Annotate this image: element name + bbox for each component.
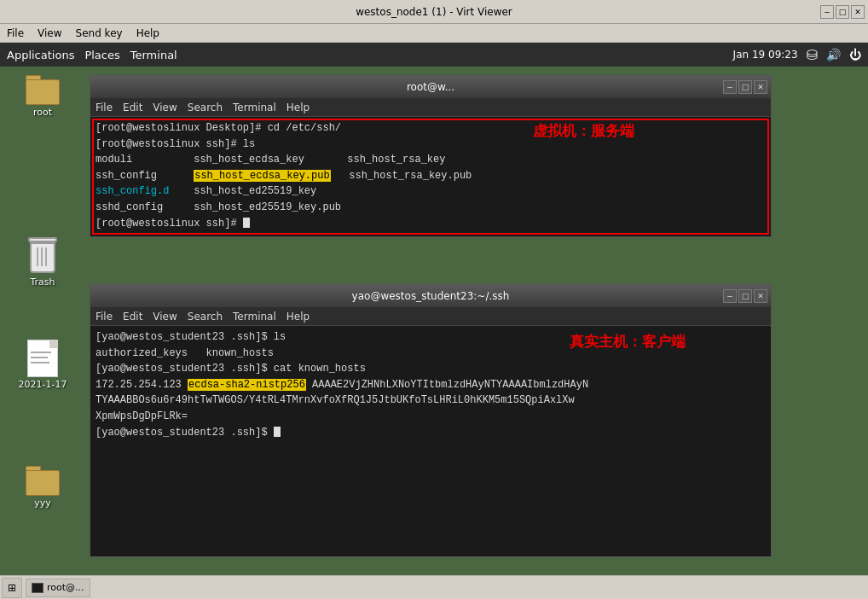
client-line-5: TYAAABBOs6u6r49htTwTWGOS/Y4tRL4TMrnXvfoX… [95,393,766,409]
client-terminal-body: 真实主机：客户端 [yao@westos_student23 .ssh]$ ls… [90,326,771,556]
virt-menu-sendkey[interactable]: Send key [76,27,123,39]
taskbar: ⊞ root@... [0,575,868,599]
server-maximize-btn[interactable]: □ [738,80,752,94]
client-menu-file[interactable]: File [95,311,113,323]
client-terminal-title: yao@westos_student23:~/.ssh [352,290,510,302]
gnome-places[interactable]: Places [84,49,119,61]
client-terminal-controls: − □ ✕ [723,289,767,303]
client-annotation-label: 真实主机：客户端 [570,331,686,353]
server-line-5: ssh_config.d ssh_host_ed25519_key [95,183,766,200]
gnome-applications[interactable]: Applications [7,49,74,61]
virt-viewer-title: westos_node1 (1) - Virt Viewer [356,6,512,18]
server-terminal-title: root@w... [407,81,454,93]
file-2021-icon [27,340,58,377]
volume-icon[interactable]: 🔊 [826,48,841,61]
virt-viewer-titlebar: westos_node1 (1) - Virt Viewer − □ ✕ [0,0,868,24]
server-menu-view[interactable]: View [153,102,176,113]
server-line-1: [root@westoslinux Desktop]# cd /etc/ssh/ [95,120,766,137]
server-line-7: [root@westoslinux ssh]# [95,216,766,232]
client-menu-view[interactable]: View [153,311,176,323]
server-menu-search[interactable]: Search [188,102,223,113]
trash-icon [27,237,58,275]
server-menu-file[interactable]: File [95,102,113,113]
desktop-icon-file-2021[interactable]: 2021-1-17 [12,340,73,390]
server-terminal-body: 虚拟机：服务端 [root@westoslinux Desktop]# cd /… [90,117,771,236]
server-terminal-window: root@w... − □ ✕ File Edit View Search Te… [90,75,772,237]
client-minimize-btn[interactable]: − [723,289,737,303]
client-line-7: [yao@westos_student23 .ssh]$ [95,425,766,441]
server-minimize-btn[interactable]: − [723,80,737,94]
server-line-2: [root@westoslinux ssh]# ls [95,137,766,153]
client-menu-search[interactable]: Search [188,311,223,323]
yyy-icon-label: yyy [34,497,51,509]
desktop-icon-root[interactable]: root [15,75,70,118]
virt-menu-view[interactable]: View [38,27,61,39]
server-menu-help[interactable]: Help [286,102,310,113]
client-maximize-btn[interactable]: □ [738,289,752,303]
cursor-block [243,218,250,228]
desktop-icon-yyy[interactable]: yyy [15,466,70,509]
virt-minimize-btn[interactable]: − [820,5,834,19]
highlighted-ecdsa-pub: ssh_host_ecdsa_key.pub [194,170,330,182]
server-line-3: moduli ssh_host_ecdsa_key ssh_host_rsa_k… [95,152,766,168]
taskbar-terminal-item[interactable]: root@... [26,579,90,597]
root-icon-label: root [33,107,52,118]
server-terminal-controls: − □ ✕ [723,80,767,94]
virt-viewer-controls: − □ ✕ [820,5,865,19]
client-cursor-block [274,427,281,437]
root-folder-icon [26,75,60,105]
client-close-btn[interactable]: ✕ [754,289,767,303]
power-icon[interactable]: ⏻ [849,48,861,61]
desktop-icon-trash[interactable]: Trash [15,237,70,288]
desktop: root Trash 2021-1-17 yyy [0,67,868,575]
taskbar-terminal-label: root@... [47,582,84,593]
client-menu-help[interactable]: Help [286,311,310,323]
client-terminal-window: yao@westos_student23:~/.ssh − □ ✕ File E… [90,284,772,557]
server-close-btn[interactable]: ✕ [754,80,767,94]
gnome-right-tray: Jan 19 09:23 ⛁ 🔊 ⏻ [733,47,861,63]
file-2021-label: 2021-1-17 [19,379,67,390]
gnome-datetime: Jan 19 09:23 [733,49,798,61]
server-menu-terminal[interactable]: Terminal [233,102,276,113]
server-annotation-label: 虚拟机：服务端 [533,120,634,142]
server-line-6: sshd_config ssh_host_ed25519_key.pub [95,200,766,216]
gnome-terminal-menu[interactable]: Terminal [130,49,177,61]
taskbar-show-desktop-btn[interactable]: ⊞ [2,578,22,598]
virt-menu-file[interactable]: File [7,27,24,39]
virt-maximize-btn[interactable]: □ [836,5,849,19]
server-menu-edit[interactable]: Edit [123,102,142,113]
server-line-4: ssh_config ssh_host_ecdsa_key.pub ssh_ho… [95,168,766,184]
yyy-folder-icon [26,466,60,496]
highlighted-algo: ecdsa-sha2-nistp256 [188,379,306,391]
virt-menu-help[interactable]: Help [136,27,159,39]
client-menu-edit[interactable]: Edit [123,311,142,323]
virt-close-btn[interactable]: ✕ [851,5,865,19]
client-menu-terminal[interactable]: Terminal [233,311,276,323]
client-terminal-menubar: File Edit View Search Terminal Help [90,307,771,326]
virt-menubar: File View Send key Help [0,24,868,43]
client-line-6: XpmWpsDgDpFLRk= [95,409,766,425]
gnome-topbar: Applications Places Terminal Jan 19 09:2… [0,43,868,67]
cyan-ssh-config-d: ssh_config.d [95,185,169,197]
server-terminal-menubar: File Edit View Search Terminal Help [90,98,771,117]
network-icon[interactable]: ⛁ [807,47,818,63]
client-line-4: 172.25.254.123 ecdsa-sha2-nistp256 AAAAE… [95,377,766,393]
client-terminal-titlebar: yao@westos_student23:~/.ssh − □ ✕ [90,285,771,307]
trash-icon-label: Trash [30,276,55,288]
server-terminal-titlebar: root@w... − □ ✕ [90,76,771,98]
client-line-3: [yao@westos_student23 .ssh]$ cat known_h… [95,361,766,377]
taskbar-terminal-icon [32,583,43,593]
